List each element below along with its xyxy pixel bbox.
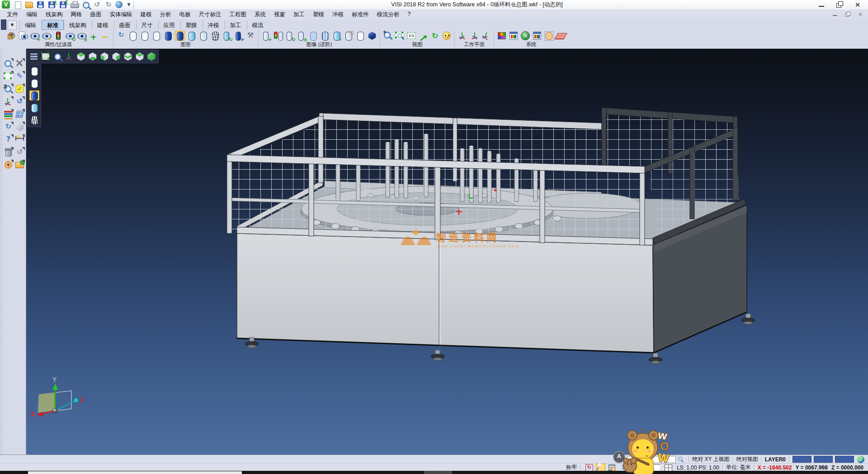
eye-add-filter-icon[interactable]: + (30, 31, 40, 41)
confirm-checkbox-icon[interactable] (14, 84, 25, 94)
zoom-in-icon[interactable]: + (383, 31, 393, 41)
shade-toggle-icon[interactable]: ± (297, 31, 307, 41)
menu-item[interactable]: 线架构 (42, 10, 67, 19)
workplane-axes-icon[interactable] (458, 31, 467, 41)
solid-cube-icon[interactable] (14, 122, 25, 132)
layout-windows-icon[interactable] (14, 109, 25, 119)
menu-item[interactable]: 塑模 (309, 10, 328, 19)
cylinder-check-icon[interactable]: ✓ (332, 31, 342, 41)
menu-item[interactable]: 标准件 (348, 10, 373, 19)
filter-palette-icon[interactable] (6, 31, 16, 41)
filter-page-preview-icon[interactable] (18, 31, 28, 41)
preview-icon[interactable] (81, 0, 91, 9)
zoom-in-out-icon[interactable]: ± (3, 84, 14, 94)
save-as-icon[interactable]: + (47, 0, 57, 9)
menu-item[interactable]: 建模 (137, 10, 156, 19)
toolbar-tab[interactable]: 线架构 (64, 20, 92, 30)
quick-access-dropdown-icon[interactable]: ▼ (126, 0, 132, 9)
render-shaded-dark-icon[interactable] (163, 31, 173, 41)
print-icon[interactable] (70, 0, 80, 9)
3d-viewport[interactable] (26, 48, 868, 455)
workplane-rotate-icon[interactable] (481, 31, 491, 41)
system-settings-icon[interactable] (520, 31, 530, 41)
color-palette-grid-icon[interactable] (497, 31, 507, 41)
save-all-icon[interactable]: ↑ (58, 0, 68, 9)
toolbar-tab[interactable]: 塑膜 (180, 20, 203, 30)
menu-item[interactable]: 工程图 (226, 10, 251, 19)
eye-remove-filter-icon[interactable]: − (42, 31, 52, 41)
delete-trash-icon[interactable] (3, 147, 14, 157)
menu-item[interactable]: 曲面 (86, 10, 106, 19)
undo-icon[interactable]: ↺ (92, 0, 102, 9)
render-settings-tools-icon[interactable]: ⚒ (245, 31, 255, 41)
active-layer-label[interactable]: LAYER0 (765, 456, 786, 463)
undo-gray-icon[interactable]: ↺ (14, 147, 25, 157)
magic-wand-icon[interactable] (596, 464, 605, 472)
toolbar-tab[interactable]: 尺寸 (136, 20, 158, 30)
render-hatched-icon[interactable] (29, 115, 39, 125)
render-shaded-icon-selected[interactable] (29, 90, 39, 100)
color-swatch-2[interactable] (814, 456, 833, 463)
child-close-button[interactable]: ✕ (858, 12, 863, 17)
render-wireframe-icon[interactable] (128, 31, 138, 41)
edit-curve-icon[interactable]: ✎ (14, 71, 25, 81)
color-swatch-1[interactable] (793, 456, 811, 463)
erase-entity-icon[interactable] (14, 58, 25, 69)
eye-toggle-filter-icon[interactable]: ± (77, 31, 87, 41)
view-cube-left-icon[interactable] (99, 52, 109, 62)
render-flat-icon[interactable] (198, 31, 208, 41)
shade-traffic-icon[interactable] (273, 31, 283, 41)
toolbar-config-icon[interactable] (532, 31, 542, 41)
cylinder-striped-icon[interactable] (320, 31, 330, 41)
toolbar-tab[interactable]: 应用 (158, 20, 180, 30)
open-image-folder-icon[interactable] (14, 160, 25, 170)
toolbar-tab[interactable]: 建模 (92, 20, 114, 30)
tab-dropdown-icon[interactable]: ▼ (8, 20, 17, 30)
menu-item[interactable]: 系统 (250, 10, 270, 19)
measure-distance-icon[interactable] (14, 134, 25, 145)
view-cube-right-icon[interactable] (111, 52, 121, 62)
zoom-window-frame-icon[interactable] (3, 71, 14, 81)
snap-lock-label[interactable]: 拴牢 (566, 464, 577, 471)
toolbar-tab[interactable]: 模流 (247, 20, 269, 30)
toolbar-tab[interactable]: 冲模 (203, 20, 225, 30)
redraw-icon[interactable]: ↻ (116, 31, 126, 41)
pan-arrow-icon[interactable] (418, 31, 428, 41)
taskbar-item[interactable] (28, 471, 242, 474)
view-cube-iso-icon[interactable] (146, 52, 156, 62)
open-file-icon[interactable] (24, 0, 34, 9)
shade-refresh-icon[interactable]: ↻ (285, 31, 295, 41)
render-hatched-icon[interactable] (210, 31, 220, 41)
navigation-wheel-icon[interactable] (3, 160, 14, 170)
zoom-window-icon[interactable] (395, 31, 405, 41)
add-element-icon[interactable]: + (89, 31, 99, 41)
keypad-input-icon[interactable] (607, 464, 617, 472)
menu-item[interactable]: 冲模 (328, 10, 348, 19)
toolbar-tab[interactable]: 标准 (42, 20, 64, 30)
menu-item[interactable]: 加工 (289, 10, 309, 19)
new-file-icon[interactable] (13, 0, 23, 9)
attribute-window-icon[interactable] (509, 31, 519, 41)
refresh-red-icon[interactable]: ↻ (585, 464, 594, 472)
taskbar-item[interactable] (424, 471, 452, 474)
menu-item[interactable]: 尺寸标注 (195, 10, 226, 19)
view-cube-back-icon[interactable] (135, 52, 145, 62)
menu-item[interactable]: 实体编辑 (106, 10, 137, 19)
menu-item[interactable]: 电极 (175, 10, 195, 19)
view-cube-front-icon[interactable] (123, 52, 133, 62)
attribute-books-icon[interactable] (3, 109, 14, 119)
toolbar-tab[interactable]: 编辑 (19, 20, 42, 30)
menu-item[interactable]: 模流分析 (373, 10, 404, 19)
menu-item[interactable]: 编辑 (22, 10, 42, 19)
shade-add-icon[interactable]: + (261, 31, 271, 41)
globe-icon[interactable] (857, 456, 864, 463)
view-refresh-icon[interactable]: ↻ (430, 31, 440, 41)
view-cube-bottom-icon[interactable] (88, 52, 98, 62)
grid-plane-icon[interactable] (556, 31, 566, 41)
viewport-menu-icon[interactable] (29, 52, 39, 62)
close-button[interactable]: ✕ (854, 2, 861, 8)
render-shaded-icon-selected[interactable] (175, 31, 185, 41)
render-shaded-edges-icon[interactable] (187, 31, 197, 41)
restore-button[interactable] (836, 2, 843, 8)
toolbar-tab[interactable]: 加工 (225, 20, 247, 30)
